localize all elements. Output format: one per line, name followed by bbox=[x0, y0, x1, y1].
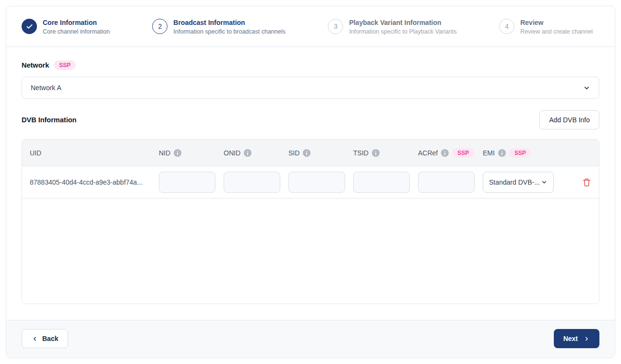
add-dvb-info-button[interactable]: Add DVB Info bbox=[539, 110, 599, 129]
info-icon[interactable] bbox=[498, 149, 506, 157]
column-header-emi: EMI SSP bbox=[483, 148, 574, 158]
step-review[interactable]: 4 Review Review and create channel bbox=[499, 19, 593, 35]
step-4-subtitle: Review and create channel bbox=[520, 28, 593, 35]
nid-input[interactable] bbox=[159, 172, 215, 193]
emi-ssp-badge: SSP bbox=[509, 148, 531, 158]
step-3-title: Playback Variant Information bbox=[349, 19, 456, 27]
step-4-circle: 4 bbox=[499, 19, 514, 34]
delete-row-button[interactable] bbox=[580, 176, 593, 189]
row-uid-value: 87883405-40d4-4ccd-a9e3-abbf74a... bbox=[30, 178, 143, 186]
step-core-information[interactable]: Core Information Core channel informatio… bbox=[22, 19, 110, 35]
wizard-content: Network SSP Network A DVB Information Ad… bbox=[6, 47, 615, 320]
step-1-title: Core Information bbox=[43, 19, 110, 27]
column-header-onid: ONID bbox=[224, 149, 288, 157]
network-select-value: Network A bbox=[31, 84, 61, 92]
step-3-circle: 3 bbox=[328, 19, 343, 34]
step-2-subtitle: Information specific to broadcast channe… bbox=[173, 28, 285, 35]
trash-icon bbox=[582, 178, 591, 187]
step-4-title: Review bbox=[520, 19, 593, 27]
column-header-uid: UID bbox=[22, 149, 159, 157]
acref-ssp-badge: SSP bbox=[452, 148, 474, 158]
onid-input[interactable] bbox=[224, 172, 280, 193]
dvb-heading: DVB Information bbox=[22, 116, 76, 124]
column-header-nid: NID bbox=[159, 149, 224, 157]
column-header-sid: SID bbox=[288, 149, 353, 157]
info-icon[interactable] bbox=[441, 149, 449, 157]
chevron-down-icon bbox=[583, 84, 590, 92]
step-playback-variant-information[interactable]: 3 Playback Variant Information Informati… bbox=[328, 19, 456, 35]
wizard-footer: Back Next bbox=[6, 320, 615, 358]
emi-select[interactable]: Standard DVB-... bbox=[483, 172, 554, 193]
step-2-title: Broadcast Information bbox=[173, 19, 285, 27]
network-select[interactable]: Network A bbox=[22, 77, 599, 99]
column-header-acref: ACRef SSP bbox=[418, 148, 483, 158]
network-label-row: Network SSP bbox=[22, 60, 599, 70]
chevron-left-icon bbox=[32, 336, 38, 342]
dvb-table-empty-area bbox=[22, 199, 599, 304]
chevron-right-icon bbox=[584, 336, 590, 342]
back-button[interactable]: Back bbox=[22, 329, 68, 348]
acref-input[interactable] bbox=[418, 172, 475, 193]
dvb-table-header: UID NID ONID SID bbox=[22, 140, 599, 166]
step-1-circle bbox=[22, 19, 37, 34]
step-2-circle: 2 bbox=[152, 19, 167, 34]
column-header-tsid: TSID bbox=[353, 149, 418, 157]
emi-select-value: Standard DVB-... bbox=[489, 178, 540, 186]
sid-input[interactable] bbox=[288, 172, 345, 193]
next-button[interactable]: Next bbox=[554, 329, 599, 348]
info-icon[interactable] bbox=[303, 149, 310, 157]
network-label: Network bbox=[22, 61, 49, 69]
info-icon[interactable] bbox=[372, 149, 380, 157]
wizard-stepper: Core Information Core channel informatio… bbox=[6, 6, 615, 47]
dvb-section-header: DVB Information Add DVB Info bbox=[22, 110, 599, 129]
next-button-label: Next bbox=[563, 335, 578, 342]
dvb-table: UID NID ONID SID bbox=[22, 139, 599, 304]
step-1-subtitle: Core channel information bbox=[43, 28, 110, 35]
check-icon bbox=[26, 23, 33, 30]
info-icon[interactable] bbox=[244, 149, 251, 157]
tsid-input[interactable] bbox=[353, 172, 410, 193]
network-ssp-badge: SSP bbox=[54, 60, 76, 70]
chevron-down-icon bbox=[541, 179, 548, 186]
create-channel-wizard-card: Core Information Core channel informatio… bbox=[6, 6, 615, 358]
back-button-label: Back bbox=[42, 335, 58, 342]
step-broadcast-information[interactable]: 2 Broadcast Information Information spec… bbox=[152, 19, 285, 35]
step-3-subtitle: Information specific to Playback Variant… bbox=[349, 28, 456, 35]
dvb-table-row: 87883405-40d4-4ccd-a9e3-abbf74a... bbox=[22, 166, 599, 199]
info-icon[interactable] bbox=[174, 149, 181, 157]
